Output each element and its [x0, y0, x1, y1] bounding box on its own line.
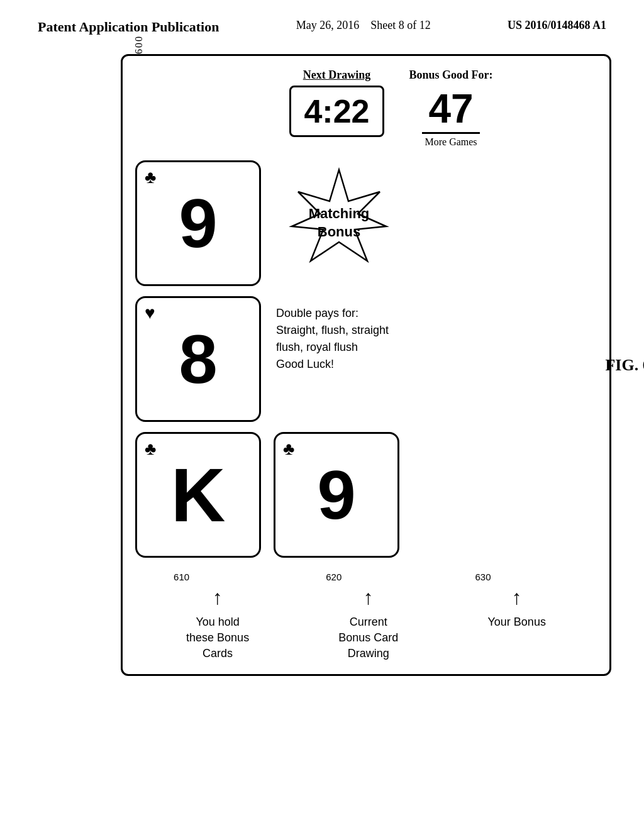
right-info-column: Matching Bonus Double pays for: Straight…	[276, 160, 402, 422]
publication-number: US 2016/0148468 A1	[508, 19, 606, 32]
ref-610: 610	[174, 570, 189, 584]
main-content-area: ♣ 9 ♥ 8 Matching Bonu	[135, 160, 597, 422]
annotation-610: 610 ↑ You hold these Bonus Cards	[186, 570, 249, 661]
arrow-620: ↑	[364, 584, 374, 612]
arrow-610: ↑	[213, 584, 223, 612]
arrow-630: ↑	[512, 584, 522, 612]
next-drawing-label: Next Drawing	[303, 69, 370, 82]
card-club-9-top: ♣ 9	[135, 160, 261, 286]
card-suit-top-left-4: ♣	[283, 439, 294, 459]
page-header: Patent Application Publication May 26, 2…	[0, 0, 644, 42]
bonus-number: 47	[422, 86, 479, 134]
card-value-3: K	[171, 457, 226, 533]
annotation-620-text: Current Bonus Card Drawing	[338, 614, 398, 662]
card-club-k: ♣ K	[135, 432, 261, 558]
card-suit-top-left-1: ♣	[145, 167, 156, 187]
timer-display: 4:22	[289, 86, 384, 137]
ref-630: 630	[475, 570, 491, 584]
card-suit-top-left-2: ♥	[145, 303, 155, 323]
matching-bonus-starburst: Matching Bonus	[276, 167, 402, 280]
bottom-cards-row: ♣ K ♣ 9	[135, 432, 597, 558]
figure-outer-box: Next Drawing 4:22 Bonus Good For: 47 Mor…	[121, 54, 611, 676]
bonus-good-for-label: Bonus Good For:	[409, 69, 493, 82]
card-suit-top-left-3: ♣	[145, 439, 156, 459]
card-club-9-bottom: ♣ 9	[274, 432, 399, 558]
ref-600: 600	[133, 35, 145, 54]
figure-area: 600 Next Drawing 4:22 Bonus Good For: 47…	[83, 54, 624, 676]
figure-label: FIG. 6B	[605, 356, 644, 375]
publication-date-sheet: May 26, 2016 Sheet 8 of 12	[296, 19, 431, 32]
card-heart-8: ♥ 8	[135, 296, 261, 422]
left-cards-column: ♣ 9 ♥ 8	[135, 160, 261, 422]
publication-title: Patent Application Publication	[38, 19, 219, 35]
ref-620: 620	[326, 570, 341, 584]
card-value-2: 8	[179, 324, 217, 394]
annotations-area: 610 ↑ You hold these Bonus Cards 620 ↑ C…	[135, 570, 597, 661]
card-value-4: 9	[317, 460, 355, 529]
top-info-row: Next Drawing 4:22 Bonus Good For: 47 Mor…	[186, 69, 597, 148]
double-pays-section: Double pays for: Straight, flush, straig…	[276, 305, 402, 373]
annotation-630: 630 ↑ Your Bonus	[487, 570, 545, 661]
next-drawing-section: Next Drawing 4:22	[289, 69, 384, 137]
bonus-good-for-section: Bonus Good For: 47 More Games	[409, 69, 493, 148]
annotation-630-text: Your Bonus	[487, 614, 545, 630]
annotation-620: 620 ↑ Current Bonus Card Drawing	[338, 570, 398, 661]
annotation-610-text: You hold these Bonus Cards	[186, 614, 249, 662]
card-value-1: 9	[179, 189, 217, 258]
starburst-text: Matching Bonus	[309, 205, 370, 241]
more-games-label: More Games	[425, 136, 477, 148]
